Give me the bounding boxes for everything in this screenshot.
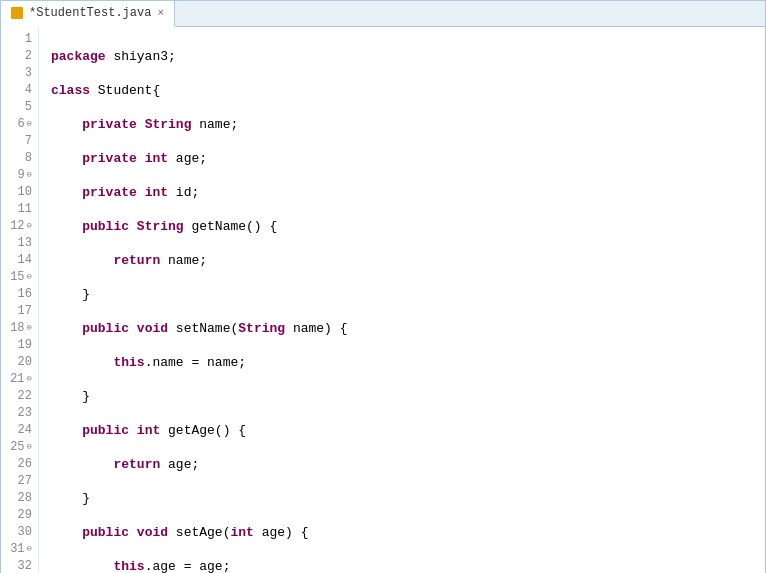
line-num-26: 26	[1, 456, 38, 473]
code-line-5: private int id;	[47, 184, 765, 201]
line-num-6: 6⊖	[1, 116, 38, 133]
line-num-10: 10	[1, 184, 38, 201]
line-num-29: 29	[1, 507, 38, 524]
code-area: 1 2 3 4 5 6⊖ 7 8 9⊖ 10 11 12⊖ 13 14 15⊖ …	[1, 27, 765, 573]
line-num-1: 1	[1, 31, 38, 48]
code-line-12: public int getAge() {	[47, 422, 765, 439]
line-num-21: 21⊖	[1, 371, 38, 388]
code-line-8: }	[47, 286, 765, 303]
line-num-27: 27	[1, 473, 38, 490]
line-num-16: 16	[1, 286, 38, 303]
code-line-9: public void setName(String name) {	[47, 320, 765, 337]
line-num-24: 24	[1, 422, 38, 439]
editor-window: *StudentTest.java × 1 2 3 4 5 6⊖ 7 8 9⊖ …	[0, 0, 766, 573]
close-icon[interactable]: ×	[157, 7, 164, 19]
line-numbers: 1 2 3 4 5 6⊖ 7 8 9⊖ 10 11 12⊖ 13 14 15⊖ …	[1, 27, 39, 573]
line-num-3: 3	[1, 65, 38, 82]
code-line-10: this.name = name;	[47, 354, 765, 371]
line-num-2: 2	[1, 48, 38, 65]
java-file-icon	[11, 7, 23, 19]
code-editor[interactable]: package shiyan3; class Student{ private …	[39, 27, 765, 573]
line-num-7: 7	[1, 133, 38, 150]
file-tab[interactable]: *StudentTest.java ×	[1, 1, 175, 27]
code-line-11: }	[47, 388, 765, 405]
line-num-15: 15⊖	[1, 269, 38, 286]
line-num-19: 19	[1, 337, 38, 354]
line-num-14: 14	[1, 252, 38, 269]
code-line-4: private int age;	[47, 150, 765, 167]
code-line-6: public String getName() {	[47, 218, 765, 235]
line-num-18: 18⊖	[1, 320, 38, 337]
code-line-13: return age;	[47, 456, 765, 473]
code-line-3: private String name;	[47, 116, 765, 133]
line-num-4: 4	[1, 82, 38, 99]
line-num-23: 23	[1, 405, 38, 422]
code-line-1: package shiyan3;	[47, 48, 765, 65]
line-num-31: 31⊖	[1, 541, 38, 558]
line-num-17: 17	[1, 303, 38, 320]
line-num-9: 9⊖	[1, 167, 38, 184]
line-num-11: 11	[1, 201, 38, 218]
code-line-15: public void setAge(int age) {	[47, 524, 765, 541]
line-num-5: 5	[1, 99, 38, 116]
line-num-30: 30	[1, 524, 38, 541]
code-line-7: return name;	[47, 252, 765, 269]
line-num-28: 28	[1, 490, 38, 507]
code-line-16: this.age = age;	[47, 558, 765, 573]
code-line-2: class Student{	[47, 82, 765, 99]
line-num-20: 20	[1, 354, 38, 371]
line-num-8: 8	[1, 150, 38, 167]
tab-bar: *StudentTest.java ×	[1, 1, 765, 27]
line-num-12: 12⊖	[1, 218, 38, 235]
code-line-14: }	[47, 490, 765, 507]
line-num-13: 13	[1, 235, 38, 252]
line-num-25: 25⊖	[1, 439, 38, 456]
tab-label: *StudentTest.java	[29, 6, 151, 20]
line-num-22: 22	[1, 388, 38, 405]
line-num-32: 32	[1, 558, 38, 573]
